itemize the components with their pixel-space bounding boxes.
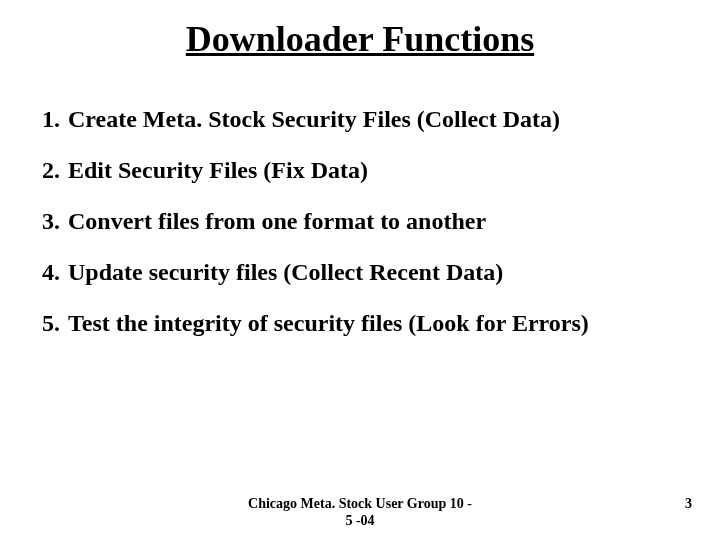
function-list: 1. Create Meta. Stock Security Files (Co… [28, 106, 692, 337]
list-number: 1. [32, 106, 60, 133]
list-number: 4. [32, 259, 60, 286]
slide-title: Downloader Functions [28, 18, 692, 60]
list-item: 4. Update security files (Collect Recent… [32, 259, 692, 286]
list-number: 2. [32, 157, 60, 184]
list-item: 1. Create Meta. Stock Security Files (Co… [32, 106, 692, 133]
list-text: Create Meta. Stock Security Files (Colle… [68, 106, 692, 133]
footer-text-line1: Chicago Meta. Stock User Group 10 - [128, 496, 592, 513]
list-text: Test the integrity of security files (Lo… [68, 310, 692, 337]
slide: Downloader Functions 1. Create Meta. Sto… [0, 0, 720, 540]
list-item: 3. Convert files from one format to anot… [32, 208, 692, 235]
list-number: 3. [32, 208, 60, 235]
list-item: 5. Test the integrity of security files … [32, 310, 692, 337]
slide-footer: Chicago Meta. Stock User Group 10 - 5 -0… [0, 496, 720, 530]
footer-center: Chicago Meta. Stock User Group 10 - 5 -0… [128, 496, 592, 530]
list-text: Edit Security Files (Fix Data) [68, 157, 692, 184]
list-item: 2. Edit Security Files (Fix Data) [32, 157, 692, 184]
footer-page-number: 3 [592, 496, 692, 512]
list-text: Convert files from one format to another [68, 208, 692, 235]
list-text: Update security files (Collect Recent Da… [68, 259, 692, 286]
list-number: 5. [32, 310, 60, 337]
footer-text-line2: 5 -04 [128, 513, 592, 530]
